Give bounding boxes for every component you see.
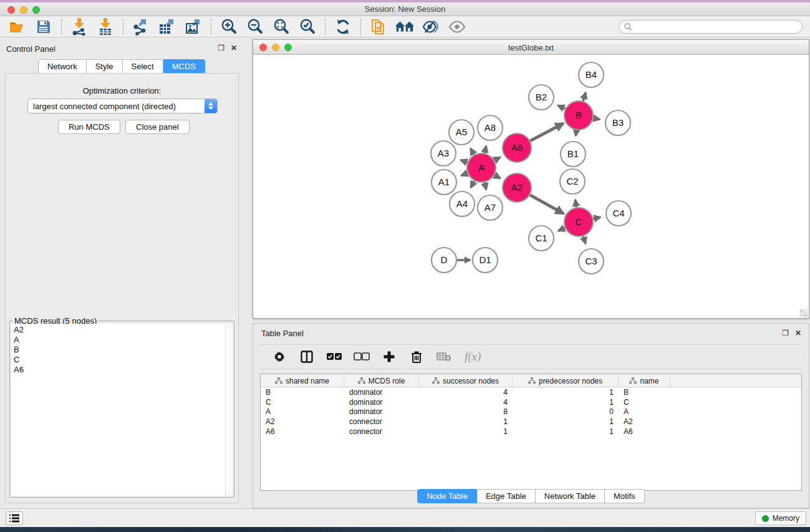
table-cell[interactable]: dominator [344, 398, 419, 407]
edge-A-A2[interactable] [494, 175, 500, 178]
tab-edge-table[interactable]: Edge Table [477, 489, 536, 503]
node-A[interactable]: A [467, 153, 496, 182]
function-builder-icon[interactable]: f(x) [463, 348, 488, 365]
close-panel-icon[interactable]: ✕ [231, 44, 237, 52]
delete-table-icon[interactable] [436, 348, 452, 365]
export-table-icon[interactable] [157, 18, 177, 36]
table-cell[interactable]: connector [344, 427, 419, 436]
column-header-name[interactable]: name [619, 374, 670, 387]
table-cell[interactable]: 1 [513, 398, 619, 407]
tab-mcds[interactable]: MCDS [163, 59, 205, 74]
table-cell[interactable]: 1 [513, 388, 619, 397]
mcds-result-list[interactable]: A2ABCA6 [11, 324, 225, 496]
home-icon[interactable] [395, 18, 415, 36]
table-cell[interactable]: 1 [419, 417, 513, 426]
delete-column-icon[interactable] [408, 348, 425, 365]
export-image-icon[interactable] [183, 18, 203, 36]
table-row[interactable]: Cdominator41C [261, 397, 801, 407]
close-table-panel-icon[interactable]: ✕ [795, 329, 801, 337]
table-cell[interactable]: A6 [261, 427, 344, 436]
table-cell[interactable]: 1 [513, 417, 619, 426]
hide-graphics-details-icon[interactable] [421, 18, 441, 36]
table-cell[interactable]: 4 [419, 388, 513, 397]
zoom-in-icon[interactable] [219, 18, 239, 36]
edge-A-A3[interactable] [461, 160, 467, 163]
import-network-icon[interactable] [69, 18, 89, 36]
node-B4[interactable]: B4 [579, 62, 604, 87]
edge-C-C3[interactable] [583, 236, 586, 244]
zoom-fit-icon[interactable] [271, 18, 291, 36]
node-C4[interactable]: C4 [606, 201, 631, 226]
result-item[interactable]: C [14, 355, 223, 365]
table-cell[interactable]: 4 [419, 398, 513, 407]
result-item[interactable]: A [14, 335, 223, 345]
table-cell[interactable]: A [261, 407, 344, 416]
node-C[interactable]: C [564, 208, 593, 236]
edge-A-A7[interactable] [485, 182, 486, 189]
node-B1[interactable]: B1 [561, 142, 586, 167]
edge-B-B4[interactable] [583, 93, 586, 101]
open-folder-icon[interactable] [7, 18, 27, 36]
save-icon[interactable] [34, 18, 54, 36]
node-C3[interactable]: C3 [579, 249, 604, 274]
add-column-icon[interactable] [381, 348, 397, 365]
result-item[interactable]: B [14, 345, 223, 355]
edge-A-A8[interactable] [485, 146, 486, 153]
node-A4[interactable]: A4 [450, 191, 475, 216]
node-A1[interactable]: A1 [432, 170, 456, 195]
table-row[interactable]: A6connector11A6 [261, 427, 801, 437]
export-network-icon[interactable] [131, 18, 151, 36]
node-A8[interactable]: A8 [478, 115, 503, 140]
node-A7[interactable]: A7 [478, 195, 503, 220]
deselect-all-icon[interactable] [354, 348, 370, 365]
node-A5[interactable]: A5 [449, 120, 474, 145]
edge-A-A5[interactable] [471, 148, 475, 155]
run-mcds-button[interactable]: Run MCDS [58, 120, 120, 134]
show-column-icon[interactable] [299, 348, 315, 365]
table-cell[interactable]: dominator [344, 407, 419, 416]
edge-A6-B[interactable] [530, 123, 563, 141]
network-window-title-bar[interactable]: testGlobe.txt [253, 40, 809, 55]
edge-B-B2[interactable] [558, 105, 565, 109]
edge-A-A4[interactable] [471, 181, 475, 187]
table-cell[interactable]: A6 [619, 427, 670, 436]
float-panel-icon[interactable]: ❐ [218, 44, 224, 52]
node-table[interactable]: shared nameMCDS rolesuccessor nodesprede… [260, 374, 802, 491]
tab-network-table[interactable]: Network Table [536, 489, 605, 503]
table-cell[interactable]: A2 [261, 417, 344, 426]
window-resize-grip[interactable] [800, 309, 808, 317]
table-cell[interactable]: A2 [619, 417, 670, 426]
search-input[interactable] [632, 21, 802, 32]
table-row[interactable]: Adominator80A [261, 407, 801, 417]
table-cell[interactable]: B [261, 388, 344, 397]
edge-A-A6[interactable] [494, 157, 500, 160]
table-cell[interactable]: 1 [513, 427, 619, 436]
edge-C-C1[interactable] [559, 228, 565, 231]
tab-style[interactable]: Style [87, 59, 123, 74]
edge-B-B3[interactable] [594, 118, 600, 119]
tab-select[interactable]: Select [123, 59, 163, 74]
network-canvas[interactable]: B4B2BB3A8A5A6A3B1AA1C2A2A4A7C4CC1DD1C3 [253, 55, 809, 318]
select-all-icon[interactable] [326, 348, 342, 365]
node-A6[interactable]: A6 [503, 133, 531, 162]
result-scrollbar[interactable] [225, 324, 233, 496]
close-panel-button[interactable]: Close panel [125, 120, 190, 134]
column-header-MCDS-role[interactable]: MCDS role [344, 374, 419, 387]
table-cell[interactable]: connector [344, 417, 419, 426]
refresh-icon[interactable] [333, 18, 353, 36]
result-item[interactable]: A2 [14, 325, 223, 335]
task-history-button[interactable] [6, 511, 23, 525]
edge-B-B1[interactable] [576, 130, 576, 136]
table-cell[interactable]: 1 [419, 427, 513, 436]
memory-button[interactable]: Memory [755, 511, 806, 525]
node-C1[interactable]: C1 [529, 226, 554, 251]
node-B3[interactable]: B3 [605, 110, 630, 135]
column-header-shared-name[interactable]: shared name [261, 374, 344, 387]
zoom-selected-icon[interactable] [297, 18, 317, 36]
tab-motifs[interactable]: Motifs [605, 489, 645, 503]
table-cell[interactable]: 8 [419, 407, 513, 416]
table-cell[interactable]: C [619, 398, 670, 407]
column-header-predecessor-nodes[interactable]: predecessor nodes [513, 374, 619, 387]
node-B[interactable]: B [564, 101, 593, 130]
search-box[interactable] [619, 20, 803, 34]
